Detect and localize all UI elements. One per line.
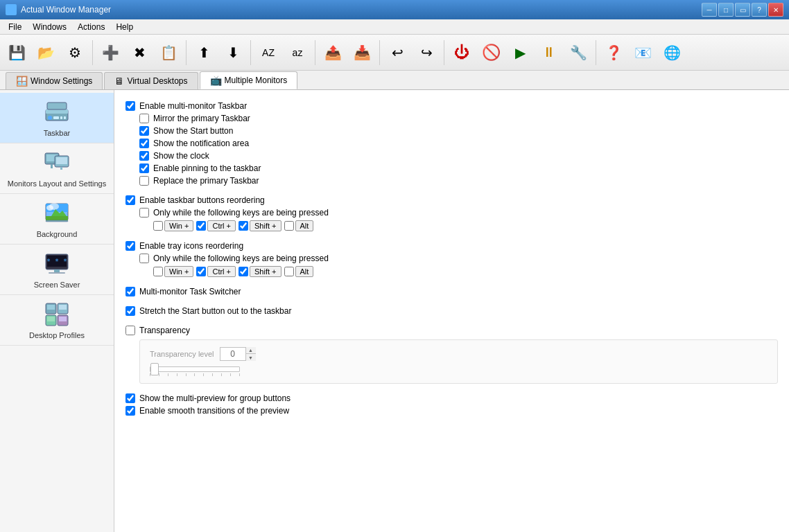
spin-down-button[interactable]: ▼	[246, 354, 256, 361]
sidebar-item-desktopprofiles[interactable]: Desktop Profiles	[0, 295, 114, 346]
tb-settings[interactable]: ⚙	[61, 37, 89, 68]
svg-rect-6	[64, 116, 66, 119]
row-multimonitor-task-switcher: Multi-monitor Task Switcher	[125, 287, 778, 296]
cb-shift-tray[interactable]	[239, 267, 248, 276]
key-shift-label-tray: Shift +	[250, 266, 281, 277]
cb-only-keys-tray[interactable]	[139, 254, 149, 263]
tb-power[interactable]: ⏻	[448, 37, 476, 68]
cb-shift-taskbar[interactable]	[239, 221, 248, 231]
svg-rect-12	[60, 167, 62, 170]
cb-smooth-transitions[interactable]	[125, 406, 135, 416]
cb-replace-primary[interactable]	[139, 176, 149, 186]
tb-play[interactable]: ▶	[506, 37, 534, 68]
tb-pause[interactable]: ⏸	[535, 37, 563, 68]
cb-stretch-start[interactable]	[125, 306, 135, 316]
maximize-button[interactable]: □	[718, 3, 734, 17]
transparency-slider[interactable]	[150, 367, 241, 373]
tb-remove[interactable]: ✖	[125, 37, 153, 68]
tb-redo[interactable]: ↪	[413, 37, 440, 68]
cb-show-clock[interactable]	[139, 151, 149, 161]
tb-import[interactable]: 📥	[348, 37, 376, 68]
svg-rect-2	[47, 103, 67, 109]
cb-enable-tray-reordering[interactable]	[125, 241, 135, 251]
row-only-keys-tray: Only while the following keys are being …	[139, 254, 778, 263]
key-ctrl-tray: Ctrl +	[196, 266, 236, 277]
menu-windows[interactable]: Windows	[27, 21, 72, 33]
cb-ctrl-taskbar[interactable]	[196, 221, 206, 231]
menu-help[interactable]: Help	[110, 21, 139, 33]
label-multimonitor-task-switcher: Multi-monitor Task Switcher	[139, 287, 241, 296]
cb-win-taskbar[interactable]	[153, 221, 163, 231]
section-task-switcher: Multi-monitor Task Switcher	[125, 287, 778, 296]
label-show-start: Show the Start button	[153, 126, 233, 136]
transparency-level-label: Transparency level	[150, 350, 214, 358]
tb-export[interactable]: 📤	[319, 37, 347, 68]
tab-window-settings-label: Window Settings	[31, 76, 92, 86]
minimize-button[interactable]: ─	[702, 3, 717, 17]
row-enable-pinning: Enable pinning to the taskbar	[139, 163, 778, 173]
sidebar-item-taskbar[interactable]: Taskbar	[0, 93, 114, 143]
sidebar-item-monitors[interactable]: Monitors Layout and Settings	[0, 143, 114, 194]
close-button[interactable]: ✕	[768, 3, 783, 17]
cb-win-tray[interactable]	[153, 267, 163, 276]
spinbox-arrows: ▲ ▼	[245, 347, 256, 361]
section-stretch-start: Stretch the Start button out to the task…	[125, 306, 778, 316]
tb-wrench[interactable]: 🔧	[564, 37, 592, 68]
sidebar-item-screensaver[interactable]: * * * Screen Saver	[0, 245, 114, 295]
cb-multimonitor-task-switcher[interactable]	[125, 287, 135, 296]
cb-show-start[interactable]	[139, 126, 149, 136]
row-smooth-transitions: Enable smooth transitions of the preview	[125, 406, 778, 416]
tb-help[interactable]: ❓	[600, 37, 627, 68]
tb-text1[interactable]: AZ	[254, 37, 282, 68]
cb-ctrl-tray[interactable]	[196, 267, 206, 276]
section-main: Enable multi-monitor Taskbar Mirror the …	[125, 101, 778, 186]
content-area: Enable multi-monitor Taskbar Mirror the …	[114, 90, 789, 532]
key-shift-tray: Shift +	[239, 266, 281, 277]
row-show-start: Show the Start button	[139, 126, 778, 136]
tab-virtual-desktops-icon: 🖥	[114, 76, 124, 87]
toolbar-sep-1	[92, 40, 93, 65]
cb-enable-multimonitor[interactable]	[125, 101, 135, 111]
cb-enable-pinning[interactable]	[139, 163, 149, 173]
tb-undo[interactable]: ↩	[383, 37, 411, 68]
cb-alt-tray[interactable]	[284, 267, 294, 276]
tab-virtual-desktops[interactable]: 🖥 Virtual Desktops	[104, 72, 198, 89]
sidebar-item-background-label: Background	[37, 230, 78, 238]
cb-only-keys-taskbar[interactable]	[139, 208, 149, 218]
tb-disable[interactable]: 🚫	[477, 37, 505, 68]
spin-up-button[interactable]: ▲	[246, 347, 256, 354]
sidebar-item-background[interactable]: Background	[0, 194, 114, 245]
cb-mirror-primary[interactable]	[139, 114, 149, 123]
tb-web[interactable]: 🌐	[658, 37, 686, 68]
svg-rect-28	[59, 305, 67, 310]
menu-actions[interactable]: Actions	[72, 21, 110, 33]
label-show-multipreview: Show the multi-preview for group buttons	[139, 393, 291, 403]
tb-down[interactable]: ⬇	[219, 37, 247, 68]
cb-show-notification[interactable]	[139, 139, 149, 148]
cb-transparency[interactable]	[125, 326, 135, 335]
key-ctrl-label-tray: Ctrl +	[207, 266, 236, 277]
cb-show-multipreview[interactable]	[125, 393, 135, 403]
key-win-label-taskbar: Win +	[164, 220, 193, 231]
restore-button[interactable]: ▭	[735, 3, 750, 17]
cb-alt-taskbar[interactable]	[284, 221, 294, 231]
tab-multiple-monitors[interactable]: 📺 Multiple Monitors	[200, 71, 298, 89]
menu-file[interactable]: File	[3, 21, 27, 33]
tb-copy[interactable]: 📋	[155, 37, 182, 68]
help-window-button[interactable]: ?	[752, 3, 767, 17]
tab-virtual-desktops-label: Virtual Desktops	[127, 76, 187, 86]
tb-open[interactable]: 📂	[32, 37, 60, 68]
svg-text:* * *: * * *	[46, 258, 67, 265]
transparency-value-input[interactable]	[220, 348, 245, 360]
tab-window-settings[interactable]: 🪟 Window Settings	[6, 72, 103, 89]
cb-enable-taskbar-reordering[interactable]	[125, 195, 135, 205]
label-only-keys-tray: Only while the following keys are being …	[153, 254, 329, 263]
tb-save[interactable]: 💾	[3, 37, 31, 68]
tb-add[interactable]: ➕	[96, 37, 124, 68]
main-area: Taskbar Monitors Layout and Settings	[0, 90, 789, 532]
section-multipreview: Show the multi-preview for group buttons…	[125, 393, 778, 416]
tb-up[interactable]: ⬆	[190, 37, 218, 68]
tb-text2[interactable]: az	[284, 37, 311, 68]
toolbar: 💾 📂 ⚙ ➕ ✖ 📋 ⬆ ⬇ AZ az 📤 📥 ↩ ↪ ⏻ 🚫 ▶ ⏸ 🔧 …	[0, 35, 789, 71]
tb-email[interactable]: 📧	[629, 37, 657, 68]
